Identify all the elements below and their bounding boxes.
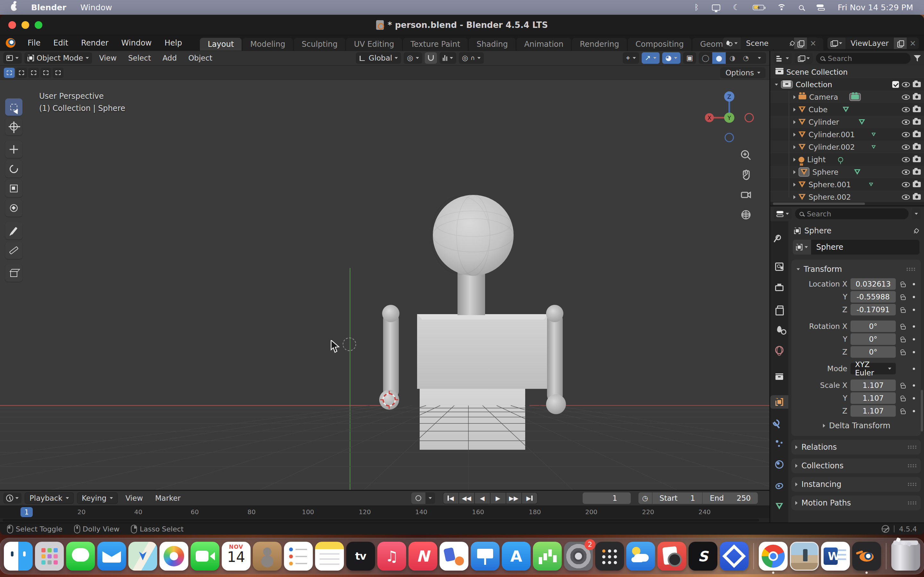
animate-button[interactable] [911, 296, 917, 298]
zoom-view-button[interactable] [738, 148, 753, 163]
tab-scene[interactable] [771, 322, 788, 336]
drag-handle-icon[interactable] [907, 501, 917, 505]
animate-button[interactable] [911, 397, 917, 400]
outliner-search[interactable] [816, 53, 911, 64]
menubar-window-menu[interactable]: Window [81, 3, 112, 12]
tab-compositing[interactable]: Compositing [628, 38, 691, 51]
timeline-scrollbar[interactable] [0, 518, 769, 522]
scale-z-field[interactable]: 1.107 [851, 405, 896, 417]
hide-eye-icon[interactable] [902, 145, 910, 150]
menu-render[interactable]: Render [76, 37, 113, 49]
shading-material-button[interactable]: ◑ [726, 52, 739, 64]
dock-freeform[interactable] [439, 542, 468, 571]
control-center-icon[interactable] [817, 4, 825, 11]
name-input[interactable]: Sphere [811, 240, 919, 255]
menu-file[interactable]: File [23, 37, 45, 49]
animate-button[interactable] [911, 309, 917, 311]
shading-solid-button[interactable]: ● [712, 52, 726, 64]
dock-maps[interactable] [128, 542, 157, 571]
breadcrumb-object[interactable]: Sphere [804, 226, 832, 235]
dock-launchpad[interactable] [35, 542, 64, 571]
pin-icon[interactable] [912, 227, 919, 235]
search-input[interactable] [828, 55, 906, 63]
relations-panel[interactable]: Relations [792, 440, 921, 455]
expand-icon[interactable] [793, 133, 796, 137]
dock-reminders[interactable] [284, 542, 313, 571]
minimize-button[interactable] [21, 21, 29, 29]
tab-animation[interactable]: Animation [517, 38, 571, 51]
delta-transform-toggle[interactable]: Delta Transform [795, 417, 917, 431]
menu-add[interactable]: Add [158, 54, 181, 62]
tab-output[interactable] [771, 281, 788, 294]
camera-view-button[interactable] [738, 187, 753, 202]
dock-mail[interactable] [97, 542, 126, 571]
tab-render[interactable] [771, 260, 788, 274]
proportional-edit-toggle[interactable]: ◎∩ [459, 52, 484, 64]
play-button[interactable]: ▶ [491, 493, 506, 504]
hide-eye-icon[interactable] [902, 195, 910, 200]
dock-facetime[interactable] [191, 542, 220, 571]
timeline-editor[interactable]: Playback Keying View Marker ◀ ◀◀ ◀ ▶ [0, 490, 769, 522]
dock-app-store[interactable]: A [502, 542, 531, 571]
move-tool[interactable] [5, 141, 23, 158]
snap-settings[interactable] [439, 52, 456, 64]
tab-modifiers[interactable] [771, 416, 788, 430]
hide-eye-icon[interactable] [902, 182, 910, 187]
menu-view[interactable]: View [95, 54, 121, 62]
drag-handle-icon[interactable] [907, 482, 917, 486]
gizmos-toggle[interactable]: ↗ [642, 52, 660, 64]
start-frame-field[interactable]: Start1 [653, 492, 702, 504]
add-cube-tool[interactable] [5, 264, 23, 282]
render-camera-icon[interactable] [913, 182, 921, 187]
tab-world[interactable] [771, 343, 788, 357]
tab-object[interactable] [771, 395, 788, 409]
snap-toggle[interactable] [425, 52, 437, 64]
render-camera-icon[interactable] [913, 82, 921, 87]
shading-dropdown[interactable] [753, 52, 766, 64]
display-icon[interactable] [712, 5, 720, 11]
expand-icon[interactable] [793, 95, 796, 99]
menu-object[interactable]: Object [184, 54, 217, 62]
bluetooth-icon[interactable]: ᛒ [694, 3, 699, 12]
prev-keyframe-button[interactable]: ◀◀ [459, 493, 474, 504]
dock-news[interactable]: N [409, 542, 437, 571]
rotation-mode-dropdown[interactable]: XYZ Euler [851, 363, 896, 374]
xray-toggle[interactable]: ▣ [683, 52, 696, 64]
hide-eye-icon[interactable] [902, 107, 910, 112]
render-camera-icon[interactable] [913, 194, 921, 200]
current-frame-indicator[interactable]: 1 [21, 507, 33, 517]
lock-button[interactable] [899, 336, 907, 342]
lock-button[interactable] [899, 395, 907, 401]
dock-system-settings[interactable]: 2 [564, 542, 593, 571]
editor-type-button[interactable] [774, 53, 792, 64]
rotation-z-field[interactable]: 0° [851, 346, 896, 358]
outliner-row-sphere[interactable]: Sphere [771, 166, 924, 178]
lock-button[interactable] [899, 307, 907, 313]
shading-rendered-button[interactable]: ◔ [739, 52, 753, 64]
select-mode-new-button[interactable] [4, 68, 15, 78]
jump-to-end-button[interactable]: ▶ [522, 493, 537, 504]
transform-orientation-selector[interactable]: Global [356, 52, 401, 64]
select-mode-extend-button[interactable] [16, 68, 27, 78]
new-scene-button[interactable] [794, 37, 807, 49]
tab-view-layer[interactable] [771, 301, 788, 315]
dock-photo-booth[interactable] [657, 542, 686, 571]
viewlayer-name[interactable]: ViewLayer [845, 39, 894, 47]
keying-menu[interactable]: Keying [77, 492, 118, 504]
select-mode-intersect-button[interactable] [53, 68, 63, 78]
motion-paths-panel[interactable]: Motion Paths [792, 496, 921, 510]
hide-eye-icon[interactable] [902, 119, 910, 125]
cursor-tool[interactable] [5, 118, 23, 135]
dock-contacts[interactable] [253, 542, 282, 571]
expand-icon[interactable] [793, 108, 796, 111]
dock-word[interactable]: W [821, 542, 850, 571]
dock-blue-diamond-app[interactable] [720, 542, 748, 571]
zoom-button[interactable] [35, 21, 42, 29]
ortho-toggle-button[interactable] [738, 207, 753, 222]
rotation-x-field[interactable]: 0° [851, 321, 896, 332]
location-x-field[interactable]: 0.032613 [851, 278, 896, 290]
dock-blender[interactable] [852, 542, 881, 571]
animate-button[interactable] [911, 367, 917, 370]
auto-keying-dropdown[interactable] [425, 492, 435, 504]
instancing-panel[interactable]: Instancing [792, 477, 921, 492]
